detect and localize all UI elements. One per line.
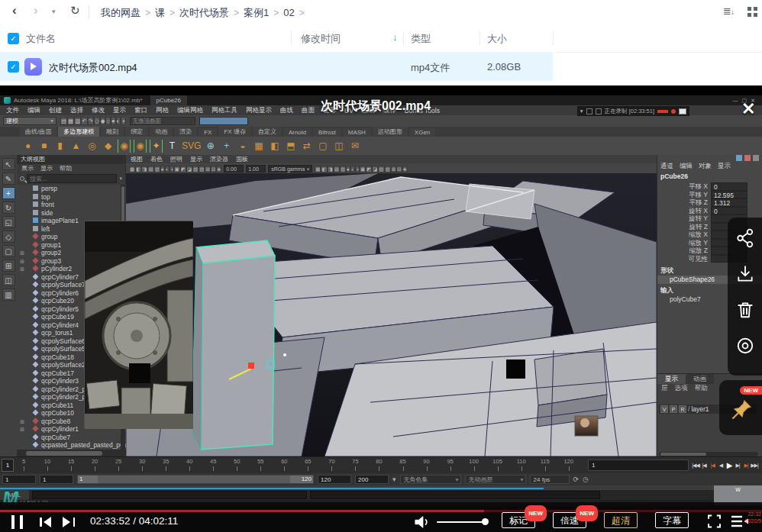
status-toolbar-icon[interactable]: ◇ — [94, 117, 100, 125]
outliner-menu-item[interactable]: 展示 — [21, 164, 34, 172]
forward-icon[interactable]: › — [34, 3, 38, 18]
playback-button[interactable]: |◀ — [709, 459, 716, 471]
breadcrumb-item[interactable]: 我的网盘 — [101, 7, 140, 18]
maya-menu-item[interactable]: 编辑 — [27, 106, 40, 115]
channel-value[interactable]: 12.595 — [711, 191, 747, 199]
shelf-tool-icon[interactable]: + — [220, 140, 233, 153]
shelf-tool-icon[interactable]: ⊕ — [204, 140, 217, 153]
channel-box-menu-item[interactable]: 通道 — [660, 162, 673, 171]
maya-menu-item[interactable]: 网格显示 — [246, 106, 272, 115]
maya-menu-item[interactable]: 网格 — [156, 106, 169, 115]
share-icon[interactable] — [735, 228, 755, 248]
viewport-toolbar-icon[interactable]: ⊞ — [391, 166, 396, 172]
maya-menu-item[interactable]: 文件 — [6, 106, 19, 115]
maya-doc-tab[interactable]: pCube26 — [150, 95, 187, 105]
expand-icon[interactable]: ⊞ — [20, 266, 27, 274]
shelf-tool-icon[interactable]: ■ — [37, 140, 50, 153]
viewport-3d-scene[interactable] — [126, 173, 657, 456]
layer-playback-toggle[interactable]: P — [670, 405, 677, 413]
viewport-menu-item[interactable]: 着色 — [150, 155, 163, 163]
status-toolbar-icon[interactable]: ▦ — [67, 117, 74, 125]
shelf-tool-icon[interactable]: ◎ — [86, 140, 98, 153]
viewport-toolbar-icon[interactable]: ▤ — [334, 166, 340, 172]
delete-icon[interactable] — [735, 300, 755, 320]
colorspace-dropdown[interactable]: sRGB gamma▾ — [268, 165, 312, 172]
maya-tool-icon[interactable]: ↖ — [2, 158, 15, 170]
channel-object-name[interactable]: pCube26 — [660, 172, 688, 180]
shelf-tool-icon[interactable]: ▦ — [252, 140, 265, 153]
history-dropdown-icon[interactable]: ▾ — [52, 8, 56, 15]
shelf-tool-icon[interactable]: ● — [21, 140, 34, 153]
viewport-toolbar-icon[interactable]: ◈ — [216, 166, 221, 172]
playback-button[interactable]: ▶| — [734, 459, 741, 471]
maya-tool-icon[interactable]: ◱ — [2, 216, 15, 228]
anim-layer-dropdown[interactable]: 无动画层▾ — [465, 475, 526, 484]
column-header-type[interactable]: 类型 — [411, 32, 431, 46]
viewport-toolbar-icon[interactable]: ⊟ — [396, 166, 402, 172]
shelf-tab[interactable]: 多边形建模 — [58, 127, 99, 137]
back-icon[interactable]: ‹ — [12, 3, 17, 18]
recorder-caret-icon[interactable]: ▾ — [580, 108, 583, 114]
maya-tool-icon[interactable]: ↻ — [2, 202, 15, 214]
shelf-tool-icon[interactable]: ◆ — [102, 140, 115, 153]
playback-start-field[interactable]: 1 — [40, 475, 73, 484]
viewport-menu-item[interactable]: 视图 — [131, 155, 143, 163]
shelf-tool-icon[interactable]: ◧ — [268, 140, 281, 153]
column-header-modified[interactable]: 修改时间 — [301, 32, 341, 46]
volume-slider[interactable] — [437, 521, 484, 523]
viewport-toolbar-icon[interactable]: ◧ — [321, 166, 327, 172]
maya-menu-item[interactable]: 显示 — [113, 106, 126, 115]
menu-set-dropdown[interactable]: 建模▾ — [3, 117, 57, 125]
channel-row[interactable]: 旋转 X0 — [657, 207, 762, 215]
viewport-toolbar-icon[interactable]: ◩ — [180, 166, 186, 172]
viewport-toolbar-icon[interactable]: ▧ — [192, 166, 199, 172]
layer-tab-anim[interactable]: 动画 — [686, 374, 714, 384]
viewport-toolbar-icon[interactable]: ▤ — [147, 166, 153, 172]
shelf-tab[interactable]: 雕刻 — [101, 127, 124, 137]
outliner-item[interactable]: side — [20, 209, 126, 218]
layer-menu-item[interactable]: 帮助 — [695, 384, 708, 393]
layer-menu-item[interactable]: 层 — [661, 384, 668, 393]
playback-end-field[interactable]: 120 — [318, 475, 351, 484]
outliner-item[interactable]: persp — [20, 185, 126, 193]
channel-value[interactable]: 0 — [711, 182, 747, 191]
exposure-field[interactable]: 0.00 — [224, 165, 244, 172]
maya-tool-icon[interactable]: ◇ — [2, 231, 15, 243]
viewport-toolbar-icon[interactable]: ▣ — [174, 166, 180, 172]
breadcrumb-item[interactable]: 次时代场景 — [179, 7, 229, 18]
viewport-toolbar-icon[interactable]: ◩ — [366, 166, 372, 172]
shelf-tab[interactable]: 渲染 — [174, 127, 197, 137]
maya-tool-icon[interactable]: ◫ — [2, 274, 15, 286]
layer-color-swatch[interactable]: / — [688, 405, 689, 413]
shelf-tab[interactable]: Bifrost — [313, 128, 341, 137]
expand-icon[interactable]: ⊞ — [20, 426, 27, 434]
loop-icon[interactable]: ⟳ — [573, 476, 580, 483]
shelf-tab[interactable]: 运动图形 — [373, 127, 408, 137]
channel-box-menu-item[interactable]: 对象 — [699, 162, 712, 171]
shelf-tool-icon[interactable]: ▮ — [53, 140, 66, 153]
outliner-horizontal-scrollbar[interactable] — [17, 450, 126, 456]
next-button[interactable] — [63, 517, 75, 527]
status-toolbar-icon[interactable]: ▥ — [74, 117, 81, 125]
shelf-tab[interactable]: XGen — [409, 128, 435, 137]
refresh-icon[interactable]: ↻ — [70, 4, 80, 18]
shelf-tool-icon[interactable]: ✦ — [150, 140, 163, 153]
maya-menu-item[interactable]: 修改 — [92, 106, 105, 115]
select-all-checkbox[interactable]: ✓ — [8, 33, 19, 44]
time-slider[interactable]: 1 51015202530354045505560657075808590951… — [0, 456, 762, 473]
layer-tab-display[interactable]: 显示 — [657, 374, 686, 384]
sort-order-icon[interactable]: ≣↓ — [723, 5, 734, 17]
shelf-tab[interactable]: MASH — [343, 128, 371, 137]
viewport-toolbar-icon[interactable]: ▥ — [340, 166, 346, 172]
range-handle-end[interactable]: 120 — [290, 476, 313, 483]
playback-button[interactable]: |◀ — [700, 459, 708, 471]
viewport-toolbar-icon[interactable]: ◨ — [328, 166, 334, 172]
fps-dropdown[interactable]: 24 fps — [530, 475, 570, 484]
viewport-toolbar-icon[interactable]: ◪ — [186, 166, 192, 172]
maya-menu-item[interactable]: 曲面 — [302, 106, 315, 115]
maya-tool-icon[interactable]: ▢ — [2, 245, 15, 257]
pause-button[interactable] — [11, 515, 23, 529]
shelf-tool-icon[interactable]: ▢ — [316, 140, 329, 153]
view-mode-grid-icon[interactable] — [747, 7, 757, 17]
download-icon[interactable] — [735, 264, 755, 284]
